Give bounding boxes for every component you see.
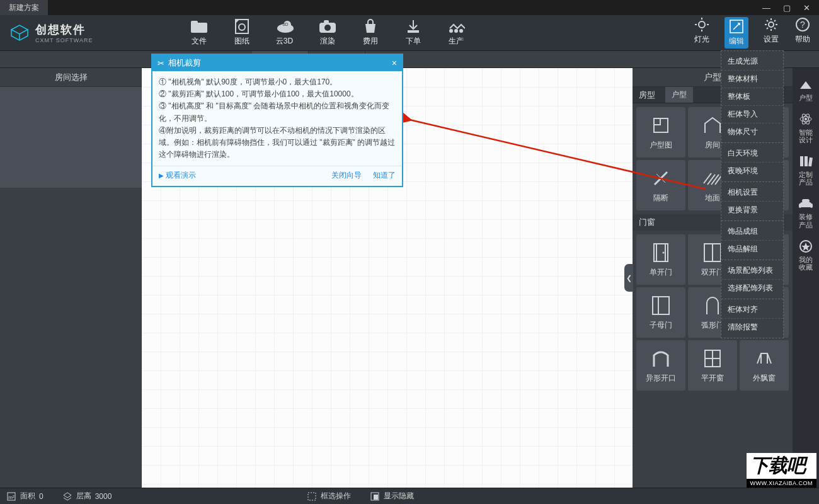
close-button[interactable]: ✕	[803, 3, 810, 13]
grid-irregular-opening[interactable]: 异形开口	[636, 340, 685, 391]
grid-partition[interactable]: 隔断	[636, 160, 685, 210]
atom-icon	[798, 112, 813, 127]
edit-icon	[728, 19, 745, 34]
popup-line: ① "相机视角" 默认90度，可调节最小0，最大值170。	[159, 76, 396, 88]
edit-button[interactable]: 编辑	[724, 17, 748, 49]
grid-casement-window[interactable]: 平开窗	[688, 340, 737, 391]
toolbar-right: 灯光 编辑 设置 ?帮助	[693, 17, 819, 49]
svg-line-25	[767, 20, 768, 21]
sidetab-floorplan[interactable]: 户型	[795, 77, 816, 101]
production-button[interactable]: 生产	[447, 19, 465, 47]
menu-decor-ungroup[interactable]: 饰品解组	[721, 240, 783, 258]
file-button[interactable]: 文件	[190, 19, 208, 47]
folder-icon	[190, 19, 208, 34]
settings-button[interactable]: 设置	[762, 17, 780, 49]
grid-single-door[interactable]: 单开门	[636, 234, 685, 285]
cloud3d-button[interactable]: 3D云3D	[276, 19, 294, 47]
status-show-hide[interactable]: 显示隐藏	[370, 491, 414, 501]
room-preview-slot[interactable]	[0, 87, 142, 188]
grid-mother-door[interactable]: 子母门	[636, 287, 685, 338]
cloud-icon: 3D	[276, 19, 294, 34]
sidetab-custom-product[interactable]: 定制 产品	[795, 154, 816, 186]
status-area: m²面积 0	[6, 491, 43, 501]
sidetab-decor-product[interactable]: 装修 产品	[795, 196, 816, 228]
render-button[interactable]: 渲染	[319, 19, 336, 47]
menu-day-env[interactable]: 白天环境	[721, 145, 783, 162]
svg-rect-60	[799, 203, 801, 208]
popup-watch-link[interactable]: ▶ 观看演示	[159, 170, 196, 181]
books-icon	[798, 154, 813, 169]
svg-point-3	[239, 24, 245, 30]
left-panel-title: 房间选择	[0, 68, 142, 87]
sidetab-smart-design[interactable]: 智能 设计	[795, 112, 816, 144]
menu-clear-alarm[interactable]: 清除报警	[721, 318, 783, 336]
menu-object-size[interactable]: 物体尺寸	[721, 123, 783, 140]
grid-bay-window[interactable]: 外飘窗	[740, 340, 789, 391]
svg-point-12	[454, 29, 458, 33]
popup-line: ③ "相机高度" 和 "目标高度" 会随着场景中相机的位置和视角变化而变化，不用…	[159, 100, 396, 124]
casement-window-icon	[702, 348, 723, 369]
order-button[interactable]: 下单	[404, 19, 422, 47]
titlebar: 新建方案 — ▢ ✕	[0, 0, 819, 15]
svg-point-40	[663, 251, 665, 253]
logo-text-cn: 创想软件	[35, 22, 93, 37]
status-box-select[interactable]: 框选操作	[307, 491, 351, 501]
menu-select-decor-list[interactable]: 选择配饰列表	[721, 279, 783, 297]
popup-close-guide-link[interactable]: 关闭向导	[331, 170, 362, 181]
drawing-button[interactable]: 图纸	[233, 19, 251, 47]
left-panel: 房间选择	[0, 68, 142, 488]
menu-night-env[interactable]: 夜晚环境	[721, 162, 783, 180]
menu-gen-light[interactable]: 生成光源	[721, 53, 783, 70]
light-button[interactable]: 灯光	[693, 17, 711, 49]
bulb-icon	[693, 17, 711, 32]
svg-text:?: ?	[800, 20, 805, 30]
project-tab[interactable]: 新建方案	[0, 0, 48, 15]
floor-icon	[702, 168, 723, 189]
floorplan-icon	[650, 115, 672, 136]
camera-icon	[319, 19, 336, 34]
maximize-button[interactable]: ▢	[783, 3, 791, 13]
popup-body: ① "相机视角" 默认90度，可调节最小0，最大值170。 ② "裁剪距离" 默…	[152, 71, 402, 166]
view-tabs: 室内3D 鸟瞰3D	[0, 50, 819, 68]
menu-decor-group[interactable]: 饰品成组	[721, 223, 783, 240]
popup-header[interactable]: ✂ 相机裁剪 ×	[152, 55, 402, 71]
single-door-icon	[650, 242, 672, 263]
logo-icon	[9, 23, 30, 42]
help-icon: ?	[794, 17, 811, 32]
window-controls: — ▢ ✕	[762, 3, 819, 13]
gear-icon	[762, 17, 780, 32]
svg-rect-59	[800, 202, 811, 207]
star-icon	[798, 239, 813, 254]
popup-got-it-link[interactable]: 知道了	[373, 170, 396, 181]
logo-text-en: CXMT SOFTWARE	[35, 37, 93, 43]
popup-close-button[interactable]: ×	[392, 58, 397, 68]
sidetab-favorites[interactable]: 我的 收藏	[795, 239, 816, 271]
menu-all-material[interactable]: 整体材料	[721, 70, 783, 88]
svg-rect-32	[654, 118, 660, 125]
menu-cabinet-import[interactable]: 柜体导入	[721, 105, 783, 123]
irregular-opening-icon	[650, 348, 672, 369]
menu-scene-decor-list[interactable]: 场景配饰列表	[721, 262, 783, 279]
svg-text:3D: 3D	[282, 22, 288, 26]
arc-door-icon	[702, 295, 723, 316]
help-button[interactable]: ?帮助	[794, 17, 811, 49]
popup-footer: ▶ 观看演示 关闭向导 知道了	[152, 166, 402, 186]
minimize-button[interactable]: —	[762, 3, 770, 13]
cost-button[interactable]: 费用	[362, 19, 379, 47]
menu-all-board[interactable]: 整体板	[721, 88, 783, 105]
subtab-floorplan[interactable]: 户型	[665, 87, 693, 103]
grid-floorplan[interactable]: 户型图	[636, 107, 685, 158]
status-bar: m²面积 0 层高 3000 框选操作 显示隐藏	[0, 488, 819, 504]
panel-expand-handle[interactable]: ❮	[624, 264, 633, 292]
menu-cabinet-align[interactable]: 柜体对齐	[721, 301, 783, 318]
svg-rect-61	[810, 203, 813, 208]
side-tabs: 户型 智能 设计 定制 产品 装修 产品 我的 收藏	[793, 68, 819, 488]
factory-icon	[447, 19, 465, 34]
menu-camera-settings[interactable]: 相机设置	[721, 184, 783, 201]
section-room-head: 房型	[633, 87, 665, 103]
svg-rect-2	[236, 20, 248, 33]
svg-line-27	[767, 28, 768, 29]
menu-change-bg[interactable]: 更换背景	[721, 201, 783, 219]
svg-rect-68	[374, 495, 378, 500]
svg-point-13	[459, 29, 463, 33]
